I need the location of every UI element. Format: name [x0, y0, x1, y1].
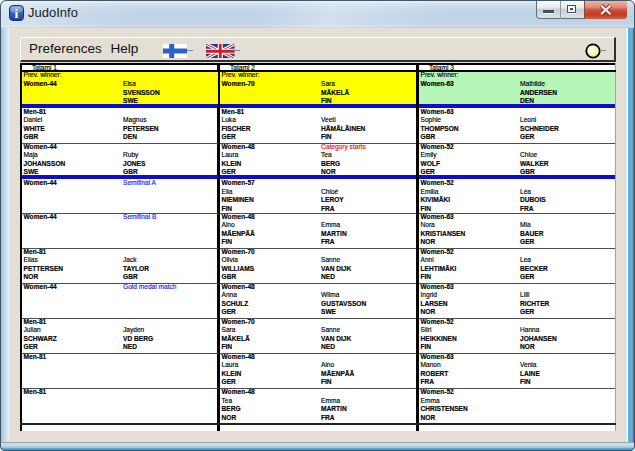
svg-text:i: i [15, 6, 19, 21]
